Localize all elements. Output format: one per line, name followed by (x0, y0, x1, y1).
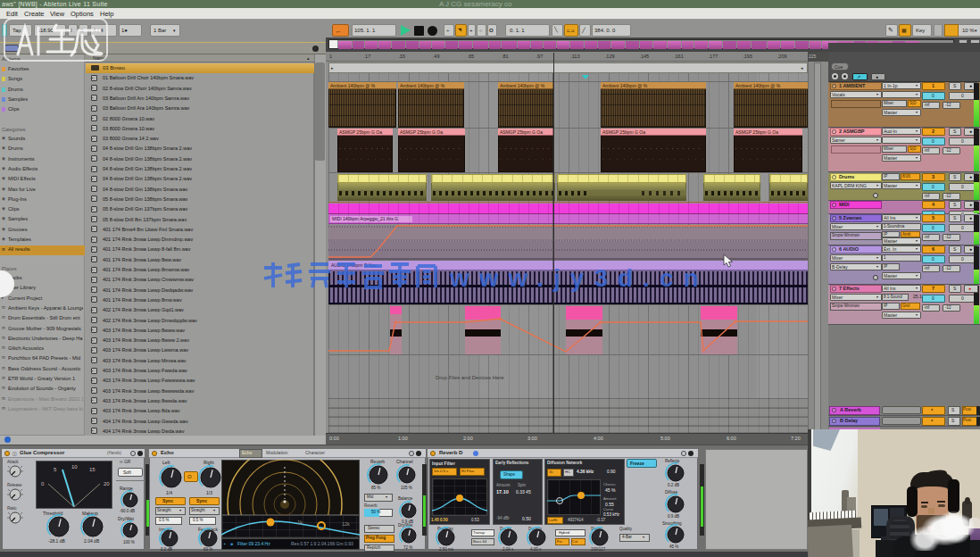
svg-text:5: 5 (54, 467, 57, 472)
svg-text:15: 15 (89, 467, 96, 472)
svg-text:10: 10 (71, 464, 78, 470)
svg-text:12k: 12k (342, 521, 350, 527)
svg-text:1k: 1k (297, 520, 303, 525)
svg-text:www.jy3d.cn: www.jy3d.cn (449, 264, 709, 292)
svg-text:0: 0 (41, 481, 45, 486)
svg-text:20: 20 (104, 481, 110, 486)
